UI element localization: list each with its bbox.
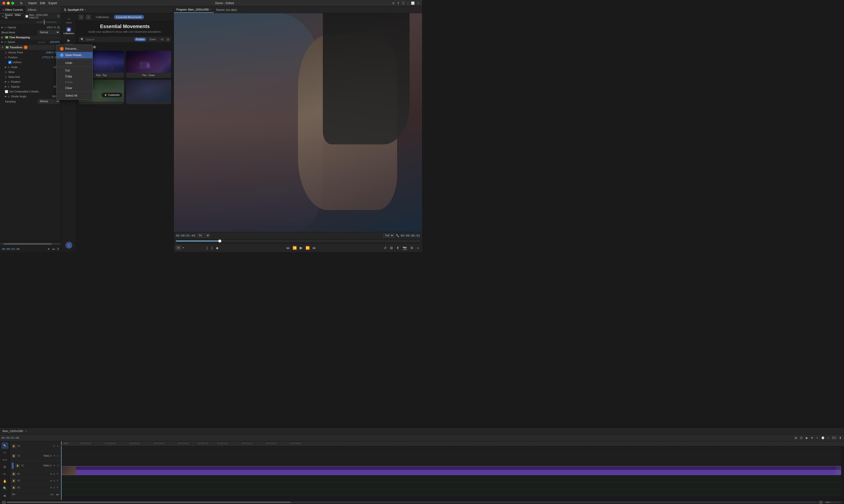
header-icon-2[interactable]: ⬆ [397,1,399,5]
fx-card-4[interactable] [126,80,171,104]
step-forward-button[interactable]: ⏩ [304,245,311,251]
skew-row: ⊙ Skew 0,0 [0,70,61,74]
context-cut[interactable]: Cut [56,68,92,73]
maximize-button[interactable] [11,2,14,5]
filter-icon[interactable]: ▼ [47,247,50,251]
context-undo[interactable]: Undo [56,60,92,66]
wrench-icon[interactable]: 🔧 [396,234,399,237]
uniform-checkbox[interactable] [8,61,12,64]
next-icon[interactable]: ⬇ [57,247,59,251]
collections-icon: ▦ [66,27,71,32]
more-button[interactable]: » [416,245,420,251]
sidebar-item-home[interactable]: ⌂ Home [63,15,75,25]
main-container: ⊞ Effect Controls Effects ⊞ Source · Vid… [0,6,422,252]
context-menu: 1 Rename... 2 Save Preset... Undo Cut Co… [56,44,93,100]
sidebar-item-collections[interactable]: ▦ Collections [63,26,75,36]
minimize-button[interactable] [7,2,10,5]
filter-position[interactable]: Position [134,38,146,41]
comp-shutter-row: Use Composition's Shutte... [0,89,61,94]
header-icon-4[interactable]: ♪ [407,1,409,5]
monitor-controls: 00:00:01:08 Fit Full 🔧 00:00:06:02 [174,232,422,239]
customize-button[interactable]: ⚡ Customize [102,93,122,97]
source-tabs: ⊞ Source · Video 01 ⬜ Main_1920x1080 · V… [0,13,61,19]
menu-import[interactable]: Import [28,1,37,5]
filter-more[interactable]: +2 [159,38,165,41]
go-to-in-button[interactable]: ⏮ [285,245,291,251]
playback-scrubber[interactable] [174,239,422,243]
nav-back-button[interactable]: ‹ [79,15,84,19]
export-frame-button[interactable]: 📷 [401,245,408,251]
nav-forward-button[interactable]: › [86,15,91,19]
context-save-preset[interactable]: 2 Save Preset... [56,52,92,58]
go-to-out-button[interactable]: ⏭ [311,245,317,251]
badge-1-icon: 1 [60,47,64,51]
context-paste: Paste [56,79,92,85]
zoom-select[interactable]: Fit [196,233,210,238]
add-marker-button[interactable]: ◆ [215,245,220,251]
source-tab-main[interactable]: ⬜ Main_1920x1080 · Video 01 [23,13,57,19]
separator-2 [56,67,92,67]
fx-main-title: Essential Movements [79,24,171,29]
tab-effects[interactable]: Effects [25,6,39,13]
fx-main-header: Essential Movements Guide your audience'… [79,24,171,33]
output-button[interactable]: ⬆ [395,245,400,251]
header-icon-5[interactable]: ⬜ [411,1,415,5]
badge-2-icon: 2 [60,53,64,57]
fx-main-subtitle: Guide your audience's focus with core mo… [79,30,171,33]
step-back-button[interactable]: ⏪ [291,245,298,251]
monitor-video [174,13,422,232]
filter-zoom[interactable]: Zoom [148,38,157,41]
spotlight-fx-panel: S Spotlight FX ≡ ⌂ Home ▦ Collections ▶ … [62,6,174,252]
left-panel: ⊞ Effect Controls Effects ⊞ Source · Vid… [0,6,62,252]
context-rename[interactable]: 1 Rename... [56,46,92,52]
fx-toggle-button[interactable]: fx [176,246,181,250]
fx-card-pan-down[interactable]: Pan - Down [126,51,171,78]
sampling-select[interactable]: Bilinear [38,99,60,104]
tab-effect-controls[interactable]: ⊞ Effect Controls [0,6,25,13]
blend-mode-select[interactable]: Normal [38,30,60,34]
time-remapping-header[interactable]: ▶ fx Time Remapping [0,35,61,39]
spotlight-header: S Spotlight FX ≡ [62,6,174,13]
source-tab-video01[interactable]: ⊞ Source · Video 01 [0,13,23,19]
blend-mode-row: Blend Mode Normal [0,30,61,35]
sidebar-item-user[interactable]: 👤 [63,240,75,250]
tutorials-icon: ▶ [67,38,70,43]
context-clear[interactable]: Clear [56,85,92,91]
transform-header[interactable]: ▼ fx Transform 1 [0,44,61,50]
tab-source[interactable]: Source: (no clips) [214,6,240,13]
comp-shutter-checkbox[interactable] [5,90,8,93]
header-icon-3[interactable]: ☰ [402,1,404,5]
breadcrumb-collections[interactable]: Collections [93,15,111,19]
badge-1: 1 [24,46,28,49]
close-button[interactable] [2,2,5,5]
breadcrumb-nav: ‹ › Collections Essential Movements [76,13,174,21]
context-select-all[interactable]: Select All [56,93,92,98]
mark-out-button[interactable]: ⌋ [210,245,214,251]
prev-icon[interactable]: ⏮ [52,247,55,251]
search-input[interactable] [86,38,132,41]
play-stop-button[interactable]: ▶ [298,245,304,251]
transport-bar: fx ▼ ⌊ ⌋ ◆ ⏮ ⏪ ▶ ⏩ ⏭ ↺ ⊞ ⬆ 📷 ⚙ » [174,243,422,252]
opacity-row: ▶ ⊙ Opacity 100,0 % ⬛ [0,25,61,30]
timecode-out-display: 00:00:06:02 [401,234,420,237]
effect-scrollbar[interactable] [0,242,61,246]
panel-menu-icon[interactable]: ☰ [57,15,61,18]
breadcrumb-essential-movements[interactable]: Essential Movements [114,15,144,19]
header-icon-6[interactable]: ⤢ [417,1,419,5]
filter-options-icon[interactable]: ⊞ [167,38,169,41]
panel-tabs: ⊞ Effect Controls Effects [0,6,61,13]
menu-export[interactable]: Export [49,1,57,5]
loop-button[interactable]: ↺ [382,245,388,251]
safe-margin-button[interactable]: ⊞ [389,245,394,251]
header-icon-1[interactable]: ⊞ [392,1,395,5]
context-copy[interactable]: Copy [56,73,92,79]
menu-edit[interactable]: Edit [40,1,45,5]
window-title: Demo - Edited [61,1,388,5]
monitor-header: Program: Main_1920x1080 ≡ Source: (no cl… [174,6,422,13]
tab-program[interactable]: Program: Main_1920x1080 ≡ [174,6,214,13]
menu-bar: ⊞ Import Edit Export Demo - Edited ⊞ ⬆ ☰… [0,0,422,6]
settings-button[interactable]: ⚙ [409,245,415,251]
mark-in-button[interactable]: ⌊ [205,245,209,251]
jkl-group: ⏮ ⏪ ▶ ⏩ ⏭ [285,245,317,251]
quality-select[interactable]: Full [383,233,394,238]
